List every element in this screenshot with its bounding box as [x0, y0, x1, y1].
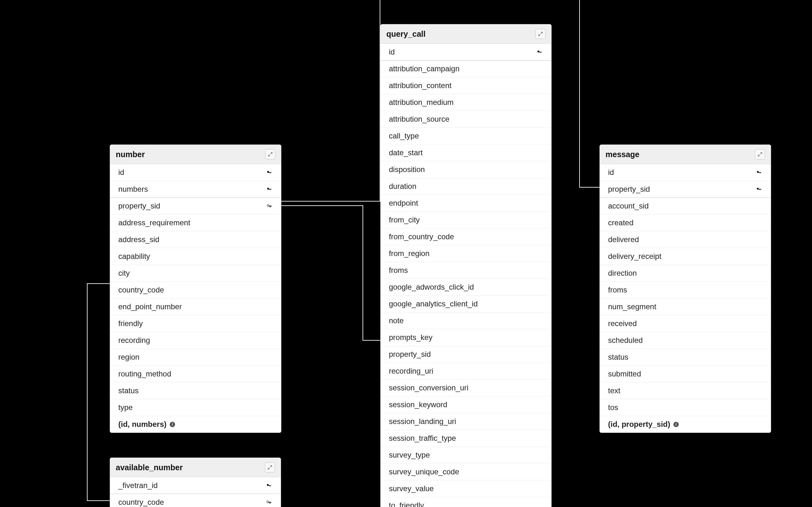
column-row[interactable]: from_city: [380, 212, 551, 228]
column-row[interactable]: routing_method: [110, 366, 281, 383]
column-row[interactable]: session_traffic_type: [380, 430, 551, 447]
column-row[interactable]: call_type: [380, 128, 551, 145]
composite-key-label: (id, numbers): [118, 420, 166, 429]
column-row[interactable]: _fivetran_id: [110, 477, 281, 494]
column-row[interactable]: recording_uri: [380, 363, 551, 380]
column-row[interactable]: id: [110, 164, 281, 181]
column-row[interactable]: num_segment: [600, 298, 771, 315]
expand-icon[interactable]: [755, 149, 765, 159]
table-available_number: available_number_fivetran_idcountry_code…: [110, 458, 281, 507]
column-row[interactable]: session_conversion_uri: [380, 380, 551, 396]
column-name: friendly: [118, 319, 273, 328]
column-name: address_sid: [118, 235, 273, 244]
column-name: survey_type: [389, 451, 543, 459]
expand-icon[interactable]: [265, 462, 275, 472]
column-row[interactable]: received: [600, 315, 771, 332]
column-list: idattribution_campaignattribution_conten…: [380, 44, 551, 507]
column-row[interactable]: capability: [110, 248, 281, 265]
column-name: froms: [389, 266, 543, 275]
column-row[interactable]: session_landing_uri: [380, 413, 551, 430]
column-name: received: [608, 319, 763, 328]
column-row[interactable]: status: [110, 383, 281, 399]
column-row[interactable]: from_country_code: [380, 228, 551, 245]
column-row[interactable]: to_friendly: [380, 497, 551, 507]
primary-key-icon: [266, 169, 273, 176]
column-name: from_city: [389, 216, 543, 224]
column-row[interactable]: attribution_campaign: [380, 60, 551, 77]
column-row[interactable]: country_code: [110, 282, 281, 298]
column-row[interactable]: date_start: [380, 145, 551, 161]
column-name: account_sid: [608, 202, 763, 210]
column-row[interactable]: attribution_content: [380, 77, 551, 94]
column-name: session_conversion_uri: [389, 383, 543, 392]
column-name: to_friendly: [389, 501, 543, 507]
table-header: number: [110, 145, 281, 164]
column-name: endpoint: [389, 199, 543, 208]
column-name: tos: [608, 403, 763, 412]
column-row[interactable]: friendly: [110, 315, 281, 332]
column-row[interactable]: froms: [600, 282, 771, 298]
column-row[interactable]: survey_type: [380, 447, 551, 464]
column-row[interactable]: endpoint: [380, 195, 551, 212]
column-row[interactable]: direction: [600, 265, 771, 282]
column-name: call_type: [389, 131, 543, 140]
column-row[interactable]: id: [380, 44, 551, 60]
column-row[interactable]: survey_unique_code: [380, 464, 551, 481]
column-name: property_sid: [118, 202, 266, 210]
column-name: session_landing_uri: [389, 417, 543, 426]
column-row[interactable]: end_point_number: [110, 298, 281, 315]
column-row[interactable]: froms: [380, 262, 551, 279]
column-row[interactable]: property_sid: [110, 198, 281, 215]
column-name: google_adwords_click_id: [389, 283, 543, 291]
expand-icon[interactable]: [536, 29, 546, 39]
column-row[interactable]: numbers: [110, 181, 281, 198]
column-name: session_keyword: [389, 400, 543, 409]
column-row[interactable]: scheduled: [600, 332, 771, 349]
column-row[interactable]: disposition: [380, 161, 551, 178]
column-row[interactable]: city: [110, 265, 281, 282]
column-row[interactable]: status: [600, 349, 771, 366]
column-row[interactable]: delivery_receipt: [600, 248, 771, 265]
column-row[interactable]: duration: [380, 178, 551, 195]
expand-icon[interactable]: [265, 149, 275, 159]
column-row[interactable]: attribution_source: [380, 111, 551, 128]
column-row[interactable]: session_keyword: [380, 396, 551, 413]
column-row[interactable]: type: [110, 399, 281, 416]
column-name: recording_uri: [389, 367, 543, 376]
column-row[interactable]: recording: [110, 332, 281, 349]
column-row[interactable]: from_region: [380, 245, 551, 262]
column-row[interactable]: account_sid: [600, 198, 771, 215]
column-row[interactable]: country_code: [110, 494, 281, 507]
column-name: survey_value: [389, 484, 543, 493]
column-row[interactable]: property_sid: [600, 181, 771, 198]
column-name: prompts_key: [389, 333, 543, 342]
column-row[interactable]: note: [380, 313, 551, 329]
column-name: recording: [118, 336, 273, 345]
primary-key-icon: [756, 169, 763, 176]
column-row[interactable]: property_sid: [380, 346, 551, 363]
relation-line: [281, 201, 380, 202]
column-row[interactable]: survey_value: [380, 481, 551, 497]
column-row[interactable]: google_adwords_click_id: [380, 279, 551, 296]
column-row[interactable]: region: [110, 349, 281, 366]
column-row[interactable]: delivered: [600, 231, 771, 248]
column-name: scheduled: [608, 336, 763, 345]
column-row[interactable]: address_sid: [110, 231, 281, 248]
column-row[interactable]: attribution_medium: [380, 94, 551, 111]
column-name: from_country_code: [389, 232, 543, 241]
info-icon[interactable]: i: [673, 422, 679, 427]
composite-key-row[interactable]: (id, numbers)i: [110, 416, 281, 433]
column-row[interactable]: created: [600, 215, 771, 231]
column-row[interactable]: submitted: [600, 366, 771, 383]
column-row[interactable]: address_requirement: [110, 215, 281, 231]
column-name: num_segment: [608, 302, 763, 311]
column-row[interactable]: prompts_key: [380, 329, 551, 346]
composite-key-row[interactable]: (id, property_sid)i: [600, 416, 771, 433]
column-row[interactable]: id: [600, 164, 771, 181]
column-row[interactable]: google_analytics_client_id: [380, 296, 551, 313]
column-row[interactable]: tos: [600, 399, 771, 416]
column-row[interactable]: text: [600, 383, 771, 399]
info-icon[interactable]: i: [170, 422, 175, 427]
column-name: google_analytics_client_id: [389, 299, 543, 308]
composite-key-label: (id, property_sid): [608, 420, 670, 429]
